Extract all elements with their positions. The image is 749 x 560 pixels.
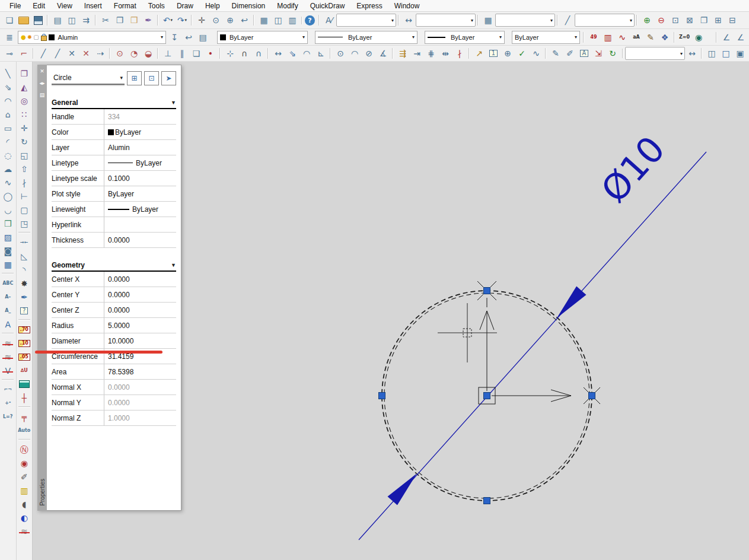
rotate[interactable]: ↻ bbox=[17, 135, 31, 148]
color-dropdown[interactable]: ByLayer ▾ bbox=[217, 31, 308, 44]
break-symbol[interactable]: ⌐¬ bbox=[1, 383, 15, 396]
copy-clip[interactable]: ❐ bbox=[113, 14, 127, 27]
menu-window[interactable]: Window bbox=[388, 1, 426, 11]
grip-center[interactable] bbox=[484, 393, 490, 399]
mirror[interactable]: ◭ bbox=[17, 80, 31, 94]
viewport-single[interactable]: □ bbox=[719, 47, 733, 60]
ellipse[interactable]: ◯ bbox=[1, 189, 15, 203]
layer-lock-icon[interactable] bbox=[41, 36, 47, 41]
publish[interactable]: ⇉ bbox=[79, 14, 93, 27]
zoom-previous[interactable]: ↩ bbox=[237, 14, 251, 27]
dim-arc-length[interactable]: ◠ bbox=[299, 47, 314, 60]
dimstyle-dropdown[interactable]: ▾ bbox=[625, 47, 685, 60]
snap-endpoint[interactable]: ⌐ bbox=[17, 47, 31, 60]
snap-extension[interactable]: ⇢ bbox=[93, 47, 107, 60]
move[interactable]: ✛ bbox=[17, 121, 31, 135]
hatch[interactable]: ▨ bbox=[1, 230, 15, 244]
table-style-icon[interactable]: ▦ bbox=[481, 14, 495, 27]
menu-quickdraw[interactable]: QuickDraw bbox=[304, 1, 351, 11]
snap-node[interactable]: • bbox=[203, 47, 218, 60]
precision-10[interactable]: .10 bbox=[17, 336, 31, 350]
property-value-field[interactable]: 334 bbox=[104, 113, 176, 121]
scale[interactable]: ◱ bbox=[17, 148, 31, 162]
match-properties[interactable]: ✒ bbox=[17, 290, 31, 304]
paste[interactable]: ❒ bbox=[127, 14, 141, 27]
zoom-extents[interactable]: ⊠ bbox=[683, 14, 697, 27]
dim-jogged[interactable]: ◠ bbox=[348, 47, 362, 60]
zoom-window-rt[interactable]: ⊕ bbox=[223, 14, 237, 27]
property-value-field[interactable]: ByLayer bbox=[104, 159, 176, 167]
pin-tool[interactable]: ✐ bbox=[17, 470, 31, 483]
designcenter[interactable]: ◫ bbox=[271, 14, 285, 27]
plotstyle-dropdown[interactable]: ByLayer ▾ bbox=[512, 31, 580, 44]
drawing-canvas[interactable]: Ø10 bbox=[33, 62, 749, 560]
dim-baseline[interactable]: ⋕ bbox=[424, 47, 438, 60]
hatch-edit[interactable]: ≋ bbox=[1, 350, 15, 364]
zoom-page[interactable]: ❐ bbox=[697, 14, 711, 27]
property-value-field[interactable]: ByLayer bbox=[104, 205, 176, 214]
layer-previous[interactable]: ↩ bbox=[181, 31, 196, 44]
undo[interactable]: ↶▾ bbox=[161, 14, 175, 27]
property-value-field[interactable]: 1.0000 bbox=[104, 414, 176, 422]
mleader-style-dropdown[interactable]: ▾ bbox=[575, 14, 635, 27]
construction-line[interactable]: ⇘ bbox=[1, 80, 15, 94]
grip-top-quadrant[interactable] bbox=[484, 288, 490, 294]
palette-menu[interactable]: ▤ bbox=[38, 91, 46, 99]
polygon[interactable]: ⌂ bbox=[1, 107, 15, 121]
arc-continue[interactable]: ◡ bbox=[1, 203, 15, 217]
break-box[interactable]: ▢ bbox=[17, 203, 31, 217]
dim-edit[interactable]: ✎ bbox=[549, 47, 563, 60]
dim-text-edit[interactable]: ✐ bbox=[563, 47, 577, 60]
revision-cloud[interactable]: ☁ bbox=[1, 162, 15, 176]
precision-70[interactable]: .70 bbox=[17, 323, 31, 336]
layer-on-icon[interactable]: ● bbox=[21, 34, 26, 40]
snap-center[interactable]: ⊙ bbox=[113, 47, 127, 60]
ucs-angle-2[interactable]: ∠ bbox=[734, 31, 748, 44]
osnap-settings[interactable]: ∩ bbox=[251, 47, 266, 60]
property-value-field[interactable]: 0.0000 bbox=[104, 306, 176, 314]
palette-title-bar[interactable]: ✕◂▸▤ Properties bbox=[37, 65, 47, 511]
donut[interactable]: ◙ bbox=[1, 244, 15, 257]
line-tool[interactable]: ╱ bbox=[36, 47, 50, 60]
express-curve[interactable]: ∿ bbox=[615, 31, 629, 44]
dim-spacing[interactable]: ⇹ bbox=[438, 47, 452, 60]
quick-select[interactable]: ➤ bbox=[161, 71, 176, 85]
property-value-field[interactable]: 78.5398 bbox=[104, 368, 176, 376]
globe[interactable]: ◉ bbox=[691, 31, 706, 44]
properties-palette[interactable]: ▦ bbox=[257, 14, 271, 27]
stretch[interactable]: ⇧ bbox=[17, 162, 31, 176]
dim-angular[interactable]: ∡ bbox=[376, 47, 390, 60]
snap-quadrant[interactable]: ◔ bbox=[127, 47, 141, 60]
autohide-palette[interactable]: ◂▸ bbox=[38, 79, 46, 87]
fillet[interactable]: ◝ bbox=[17, 263, 31, 276]
divider-tool[interactable]: ┼ bbox=[17, 391, 31, 405]
property-value-field[interactable]: ByLayer bbox=[104, 128, 176, 136]
menu-express[interactable]: Express bbox=[350, 1, 388, 11]
linetype-dropdown[interactable]: ByLayer ▾ bbox=[315, 31, 417, 44]
snap-perpendicular[interactable]: ⊥ bbox=[161, 47, 175, 60]
precision-05[interactable]: .05 bbox=[17, 350, 31, 364]
layer-vp-icon[interactable]: ▢ bbox=[33, 34, 39, 40]
zoom-in[interactable]: ⊕ bbox=[640, 14, 654, 27]
menu-format[interactable]: Format bbox=[108, 1, 142, 11]
text-case[interactable]: aA bbox=[629, 31, 643, 44]
object-type-dropdown[interactable]: Circle ▾ bbox=[52, 72, 125, 85]
property-value-field[interactable]: 5.0000 bbox=[104, 322, 176, 330]
arc-start-center[interactable]: ◜ bbox=[1, 135, 15, 148]
snap-none[interactable]: ∩ bbox=[237, 47, 251, 60]
layer-properties-manager[interactable]: ≣ bbox=[2, 31, 17, 44]
join[interactable]: →← bbox=[17, 236, 31, 249]
property-value-field[interactable]: 0.0000 bbox=[104, 383, 176, 392]
cut[interactable]: ✂ bbox=[98, 14, 113, 27]
express-bars[interactable]: ▥ bbox=[601, 31, 615, 44]
pan[interactable]: ✛ bbox=[195, 14, 209, 27]
general-section-header[interactable]: General ▼ bbox=[52, 98, 176, 109]
offset[interactable]: ◎ bbox=[17, 94, 31, 107]
dim-update[interactable]: ↻ bbox=[605, 47, 620, 60]
help[interactable]: ? bbox=[305, 15, 315, 26]
menu-modify[interactable]: Modify bbox=[271, 1, 304, 11]
express-edit[interactable]: ✎ bbox=[643, 31, 658, 44]
property-value-field[interactable]: ByLayer bbox=[104, 190, 176, 198]
property-value-field[interactable]: Alumin bbox=[104, 144, 176, 152]
dim-ordinate[interactable]: ⊾ bbox=[314, 47, 328, 60]
